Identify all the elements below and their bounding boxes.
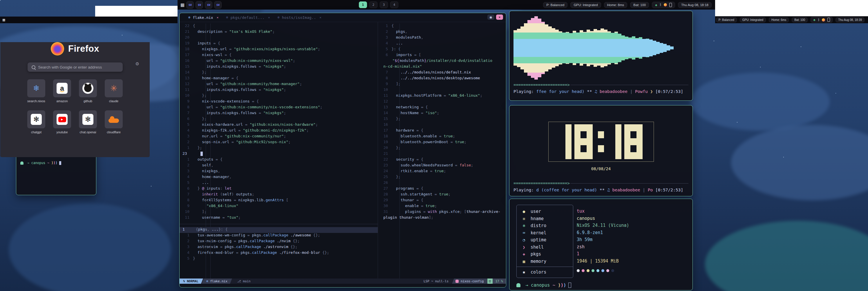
bluetooth-icon[interactable]: ᛒ: [818, 18, 820, 22]
code-line: 3 nur.url = "github:nix-community/nur";: [180, 134, 378, 140]
code-token: =: [216, 82, 220, 86]
viz-band: [573, 48, 576, 57]
music-visualizer-window[interactable]: ======================> Playing: ffee fo…: [509, 11, 693, 101]
shortcut-chatgpt[interactable]: ✻chatgpt: [27, 110, 45, 134]
shortcut-tile[interactable]: [79, 79, 97, 97]
code-line: 5}: {: [378, 47, 506, 53]
bluetooth-icon[interactable]: ᛒ: [659, 3, 661, 7]
terminal-fastfetch-large[interactable]: ●user≡hname❄distro⌨kernel◔uptime❯shell❖p…: [509, 199, 693, 290]
tab-close-icon[interactable]: ×: [268, 16, 270, 20]
line-number: 12: [180, 82, 193, 87]
code-line: 26: [378, 180, 506, 186]
viz-band: [649, 48, 653, 56]
network-icon[interactable]: ♣: [655, 3, 657, 7]
fetch-value: tux: [573, 208, 629, 215]
launcher-icon[interactable]: ▦: [2, 18, 5, 22]
code-token: =: [220, 134, 225, 138]
code-line: 21 description = "tux's NixOS Flake";: [180, 29, 378, 35]
code-token: callPackage: [264, 233, 291, 237]
shortcut-tile[interactable]: ✳: [105, 79, 123, 97]
window-button[interactable]: $W: [214, 1, 222, 9]
media-icon[interactable]: [822, 18, 825, 22]
editor-tab-flake-nix[interactable]: ❄flake.nix×: [188, 16, 218, 20]
line-number: 13: [378, 105, 391, 111]
code-token: ,: [229, 175, 231, 179]
window-button[interactable]: $W: [186, 1, 194, 9]
editor-tabbar: ❄flake.nix×❄pkgs/default...×❄hosts/isoIm…: [180, 13, 506, 22]
code-token: [: [286, 198, 288, 202]
viz-band: [514, 30, 517, 32]
code-text: };: [193, 146, 378, 151]
code-token: = {: [416, 198, 423, 202]
viz-band: [608, 32, 611, 39]
shortcut-github[interactable]: github: [79, 79, 97, 103]
code-token: ...: [391, 41, 403, 45]
code-token: = [: [414, 53, 421, 57]
openai-icon: ✻: [31, 114, 42, 125]
code-token: =: [259, 111, 264, 115]
playing-segment: [0:57/2:53]: [655, 89, 683, 94]
folder-icon: [456, 280, 459, 283]
horizontal-split[interactable]: [180, 224, 378, 224]
shortcut-tile[interactable]: a: [53, 79, 71, 97]
tab-title: hosts/isoImag..: [282, 16, 316, 20]
shortcut-tile[interactable]: ✻: [27, 110, 45, 128]
buffer-close-button[interactable]: ×: [496, 14, 503, 20]
shortcut-chat-openai[interactable]: ✻chat.openai: [79, 110, 97, 134]
code-token: ];: [391, 82, 400, 86]
shortcut-amazon[interactable]: aamazon: [53, 79, 71, 103]
shortcut-claude[interactable]: ✳claude: [105, 79, 123, 103]
viz-band: [632, 39, 636, 48]
editor-tab-pkgs-default-[interactable]: ❄pkgs/default...×: [226, 16, 270, 20]
clock-window[interactable]: 08/08/24 ======================> Playing…: [509, 105, 693, 196]
code-text: [391, 99, 506, 105]
shortcut-youtube[interactable]: ▶youtube: [53, 110, 71, 134]
workspace-3[interactable]: 3: [380, 1, 388, 8]
shortcut-cloudflare[interactable]: cloudflare: [105, 110, 123, 134]
workspace-2[interactable]: 2: [369, 1, 377, 8]
network-icon[interactable]: ♣: [813, 18, 815, 22]
code-line: 1{: [378, 24, 506, 29]
code-text: nix-vscode-extensions = {: [193, 99, 378, 105]
shell-prompt[interactable]: → canopus ~ ))): [517, 283, 685, 288]
phone-icon[interactable]: [827, 18, 830, 22]
code-token: hardware: [391, 128, 416, 133]
firefox-logo: [51, 42, 64, 56]
editor-pane-iso-image[interactable]: 1{2 pkgs,3 modulesPath,4 ...5}: {6 impor…: [378, 22, 506, 279]
window-button[interactable]: $W: [205, 1, 212, 9]
tab-close-icon[interactable]: ×: [319, 16, 321, 20]
editor-tab-hosts-isoImag-[interactable]: ❄hosts/isoImag..×: [278, 16, 321, 20]
media-icon[interactable]: [664, 3, 667, 6]
newtab-search-box[interactable]: Search with Google or enter address: [28, 62, 123, 72]
code-token: thunar: [391, 198, 416, 202]
editor-window[interactable]: ❄flake.nix×❄pkgs/default...×❄hosts/isoIm…: [179, 13, 506, 288]
code-token: ;: [284, 64, 286, 68]
shortcut-tile[interactable]: ❄: [27, 79, 45, 97]
fetch-label: hname: [531, 216, 544, 221]
playing-segment: ♫: [594, 89, 599, 94]
workspace-1[interactable]: 1: [359, 1, 367, 8]
code-line: 5 ...: [180, 180, 378, 186]
eye-button[interactable]: ◉: [487, 14, 494, 20]
newtab-settings-gear-icon[interactable]: ⚙: [135, 61, 139, 66]
tab-close-icon[interactable]: ×: [217, 16, 219, 20]
code-line: 2 pkgs,: [378, 29, 506, 35]
phone-icon[interactable]: [669, 3, 672, 7]
shortcut-search-nixos[interactable]: ❄search.nixos: [27, 79, 45, 103]
code-token: ;: [448, 192, 451, 196]
visualizer-column: [670, 47, 674, 49]
code-text: firefox-mod-blur = pkgs.callPackage ./fi…: [193, 250, 378, 256]
launcher-icon[interactable]: ▦: [181, 2, 185, 7]
shortcut-tile[interactable]: ▶: [53, 110, 71, 128]
shell-prompt[interactable]: → canopus ~ ))): [20, 161, 92, 165]
shortcut-tile[interactable]: [105, 110, 123, 128]
editor-pane-flake-nix[interactable]: 22{21 description = "tux's NixOS Flake";…: [180, 22, 378, 279]
editor-statusline: ϟ NORMAL ❄ flake.nix ⎇ main ⚙LSP ~ null-…: [180, 279, 506, 284]
code-line: 31 plugins = with pkgs.xfce; [thunar-arc…: [378, 209, 506, 215]
viz-band: [621, 57, 625, 60]
workspace-4[interactable]: 4: [390, 1, 398, 8]
window-button[interactable]: $W: [195, 1, 203, 9]
digital-clock: [548, 122, 654, 162]
viz-band: [555, 30, 559, 32]
shortcut-tile[interactable]: ✻: [79, 110, 97, 128]
